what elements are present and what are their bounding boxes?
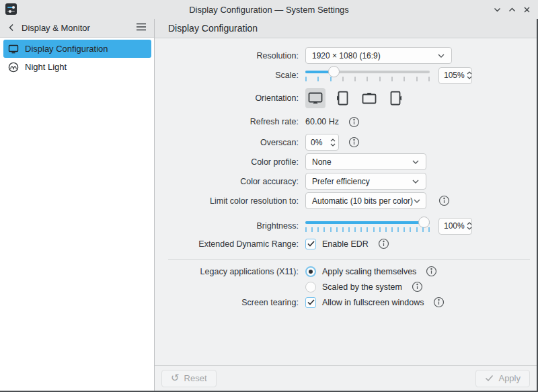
edr-checkbox-label: Enable EDR xyxy=(322,239,369,249)
spin-up-icon xyxy=(467,71,472,75)
color-accuracy-dropdown[interactable]: Prefer efficiency xyxy=(305,173,426,190)
color-profile-label: Color profile: xyxy=(155,157,305,167)
refresh-rate-value: 60.00 Hz xyxy=(305,117,339,126)
spin-up-icon xyxy=(467,222,472,225)
info-icon[interactable] xyxy=(378,238,389,249)
scale-spinbox[interactable]: 105% xyxy=(438,67,472,84)
window-title: Display Configuration — System Settings xyxy=(0,5,538,15)
apply-button[interactable]: Apply xyxy=(475,370,530,387)
apply-button-label: Apply xyxy=(498,373,521,383)
brightness-label: Brightness: xyxy=(155,221,305,231)
orientation-landscape-flipped-button[interactable] xyxy=(359,88,379,108)
color-accuracy-label: Color accuracy: xyxy=(155,177,305,186)
hamburger-menu-icon[interactable] xyxy=(136,22,147,34)
check-icon xyxy=(307,241,315,247)
legacy-apps-label: Legacy applications (X11): xyxy=(155,267,305,276)
sidebar-header: Display & Monitor xyxy=(0,19,154,38)
check-icon xyxy=(307,299,315,305)
info-icon[interactable] xyxy=(412,281,423,292)
orientation-portrait-icon xyxy=(334,89,351,107)
scale-value: 105% xyxy=(444,71,465,80)
page-header: Display Configuration xyxy=(155,19,537,38)
info-icon[interactable] xyxy=(348,116,360,128)
spin-down-icon xyxy=(467,227,472,230)
legacy-apps-radio-apply-scaling[interactable] xyxy=(305,266,316,277)
brightness-spinbox[interactable]: 100% xyxy=(438,218,472,235)
display-settings-form: Resolution: 1920 × 1080 (16:9) Scale: 10 xyxy=(155,38,537,365)
app-icon xyxy=(5,3,17,15)
color-resolution-dropdown[interactable]: Automatic (10 bits per color) xyxy=(305,192,426,209)
back-icon[interactable] xyxy=(7,22,15,34)
spin-down-icon xyxy=(467,76,472,79)
orientation-landscape-icon xyxy=(307,89,324,107)
edr-checkbox[interactable] xyxy=(305,239,316,249)
chevron-down-icon xyxy=(437,53,445,58)
reset-button[interactable]: ↺ Reset xyxy=(161,370,217,387)
color-resolution-value: Automatic (10 bits per color) xyxy=(312,196,413,206)
color-resolution-label: Limit color resolution to: xyxy=(155,196,305,206)
sidebar-title: Display & Monitor xyxy=(22,23,136,33)
screen-tearing-label: Screen tearing: xyxy=(155,298,305,307)
color-profile-value: None xyxy=(312,157,332,167)
spin-up-icon xyxy=(330,139,336,142)
orientation-portrait-flipped-button[interactable] xyxy=(386,88,406,108)
footer: ↺ Reset Apply xyxy=(155,365,537,391)
reset-button-label: Reset xyxy=(184,373,207,383)
info-icon[interactable] xyxy=(348,136,360,148)
slider-handle[interactable] xyxy=(328,66,340,77)
separator xyxy=(168,259,530,260)
sidebar-item-label: Display Configuration xyxy=(25,44,108,54)
slider-handle[interactable] xyxy=(418,217,430,228)
chevron-down-icon xyxy=(413,198,421,204)
orientation-portrait-button[interactable] xyxy=(332,88,352,108)
monitor-icon xyxy=(8,44,19,54)
brightness-slider[interactable] xyxy=(305,217,430,235)
night-light-icon xyxy=(8,62,19,73)
maximize-icon[interactable] xyxy=(508,5,516,14)
resolution-label: Resolution: xyxy=(155,51,305,61)
orientation-landscape-button[interactable] xyxy=(305,88,325,108)
radio-label: Apply scaling themselves xyxy=(322,267,416,276)
scale-label: Scale: xyxy=(155,71,305,80)
info-icon[interactable] xyxy=(426,266,437,277)
system-settings-window: Display Configuration — System Settings … xyxy=(0,0,538,392)
screen-tearing-checkbox-label: Allow in fullscreen windows xyxy=(322,298,424,307)
minimize-icon[interactable] xyxy=(493,5,502,14)
legacy-apps-radio-scaled-by-system[interactable] xyxy=(305,282,316,292)
chevron-down-icon xyxy=(412,179,420,184)
radio-label: Scaled by the system xyxy=(322,282,402,292)
sidebar-list: Display Configuration Night Light xyxy=(0,38,154,76)
color-accuracy-value: Prefer efficiency xyxy=(312,177,370,186)
reset-icon: ↺ xyxy=(171,374,180,383)
resolution-dropdown[interactable]: 1920 × 1080 (16:9) xyxy=(305,47,452,64)
spin-down-icon xyxy=(330,143,336,147)
scale-slider[interactable] xyxy=(305,67,430,84)
sidebar-item-label: Night Light xyxy=(25,62,67,72)
apply-check-icon xyxy=(485,375,494,382)
edr-label: Extended Dynamic Range: xyxy=(155,239,305,249)
sidebar: Display & Monitor Display Configuration … xyxy=(0,19,155,391)
refresh-rate-label: Refresh rate: xyxy=(155,117,305,126)
close-icon[interactable] xyxy=(523,5,531,14)
content-pane: Display Configuration Resolution: 1920 ×… xyxy=(155,19,537,391)
overscan-spinbox[interactable]: 0% xyxy=(305,134,339,151)
info-icon[interactable] xyxy=(433,297,445,308)
screen-tearing-checkbox[interactable] xyxy=(305,297,316,308)
color-profile-dropdown[interactable]: None xyxy=(305,153,426,170)
sidebar-item-night-light[interactable]: Night Light xyxy=(3,58,151,76)
sidebar-item-display-configuration[interactable]: Display Configuration xyxy=(3,40,151,58)
overscan-value: 0% xyxy=(311,138,322,147)
orientation-landscape-flipped-icon xyxy=(360,89,378,107)
page-title: Display Configuration xyxy=(168,23,258,34)
orientation-label: Orientation: xyxy=(155,93,305,103)
overscan-label: Overscan: xyxy=(155,138,305,147)
titlebar: Display Configuration — System Settings xyxy=(0,0,538,19)
resolution-value: 1920 × 1080 (16:9) xyxy=(312,51,381,61)
info-icon[interactable] xyxy=(438,195,450,206)
chevron-down-icon xyxy=(412,159,420,165)
orientation-portrait-flipped-icon xyxy=(387,89,405,107)
brightness-value: 100% xyxy=(444,221,465,231)
